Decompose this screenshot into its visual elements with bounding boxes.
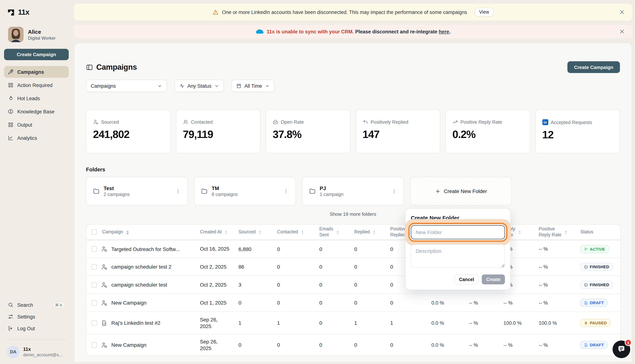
- positive-reply-rate: -- %: [534, 264, 576, 270]
- select-all-checkbox[interactable]: [92, 229, 97, 235]
- folder-menu-icon[interactable]: [174, 187, 182, 196]
- stats-row: Sourced 241,802 Contacted 79,119 Open Ra…: [86, 109, 620, 154]
- sidebar-item-settings[interactable]: Settings: [4, 311, 69, 322]
- column-positive-reply-rate[interactable]: Positive Reply Rate: [534, 226, 576, 238]
- table-row[interactable]: campaign scheduler test Oct 2, 2025 3 0 …: [86, 276, 620, 294]
- replied: 0: [350, 264, 386, 270]
- user-search-icon: [101, 264, 107, 270]
- column-created-at[interactable]: Created At: [195, 229, 234, 235]
- time-filter-value: All Time: [245, 83, 262, 88]
- plus-icon: [435, 188, 441, 194]
- chevron-down-icon: [157, 84, 162, 88]
- folder-menu-icon[interactable]: [282, 187, 290, 196]
- sidebar-item-logout[interactable]: Log Out: [4, 322, 69, 334]
- show-more-folders[interactable]: Show 19 more folders: [86, 211, 620, 217]
- row-checkbox[interactable]: [92, 246, 97, 252]
- linkedin-warning-text: One or more LinkedIn accounts have been …: [222, 9, 467, 15]
- user-search-icon: [101, 300, 107, 306]
- column-replied[interactable]: Replied: [350, 229, 386, 235]
- folder-menu-icon[interactable]: [390, 187, 398, 196]
- column-sourced[interactable]: Sourced: [234, 229, 273, 235]
- file-icon: [584, 301, 588, 305]
- sidebar-item-label: Analytics: [17, 135, 37, 141]
- campaign-name: New Campaign: [111, 300, 146, 306]
- row-checkbox[interactable]: [92, 300, 97, 306]
- stat-card-sourced: Sourced 241,802: [86, 109, 171, 154]
- folder-count: 8 campaigns: [212, 192, 238, 197]
- linkedin-warning-banner: One or more LinkedIn accounts have been …: [74, 4, 632, 20]
- sidebar-item-campaigns[interactable]: Campaigns: [4, 66, 69, 78]
- logout-icon: [8, 326, 14, 331]
- row-checkbox[interactable]: [92, 320, 97, 326]
- folder-card-test[interactable]: Test2 campaigns: [86, 177, 188, 206]
- crm-reintegrate-link[interactable]: here: [439, 29, 449, 34]
- stat-card-positively-replied: Positively Replied 147: [355, 109, 440, 154]
- positive-reply-rate: -- %: [534, 282, 576, 288]
- contacted: 0: [273, 282, 315, 288]
- contacted: 0: [273, 264, 315, 270]
- close-icon[interactable]: [618, 27, 626, 36]
- folder-count: 1 campaign: [320, 192, 343, 197]
- sidebar-item-output[interactable]: Output: [4, 119, 69, 131]
- column-campaign[interactable]: Campaign: [86, 229, 195, 235]
- linkedin-icon: in: [542, 119, 548, 125]
- salesforce-icon: [255, 29, 264, 34]
- table-row[interactable]: New Campaign Sep 26, 2025 0 0 0 0 0 0.0 …: [86, 334, 620, 356]
- 11x-logo-icon: [7, 8, 15, 16]
- sourced: 1: [234, 320, 273, 326]
- folder-card-pj[interactable]: PJ1 campaign: [302, 177, 404, 206]
- folders-heading: Folders: [86, 166, 620, 172]
- create-campaign-button[interactable]: Create Campaign: [567, 61, 620, 73]
- sidebar-item-analytics[interactable]: Analytics: [4, 132, 69, 144]
- table-row[interactable]: New Campaign Oct 1, 2025 0 0 0 0 0 0.0 %…: [86, 294, 620, 312]
- folder-name-input[interactable]: [411, 225, 505, 239]
- replied: 0: [350, 282, 386, 288]
- chat-widget-button[interactable]: 1: [612, 340, 630, 358]
- sidebar-item-action-required[interactable]: Action Required: [4, 79, 69, 91]
- sidebar-item-hot-leads[interactable]: Hot Leads: [4, 92, 69, 104]
- time-filter[interactable]: All Time: [232, 80, 275, 92]
- row-checkbox[interactable]: [92, 282, 97, 288]
- folder-card-tm[interactable]: TM8 campaigns: [194, 177, 296, 206]
- cancel-button[interactable]: Cancel: [454, 274, 479, 284]
- column-status[interactable]: Status: [576, 229, 621, 235]
- sliders-icon: [8, 314, 14, 320]
- folder-description-input[interactable]: [411, 244, 505, 268]
- campaign-type-select[interactable]: Campaigns: [86, 80, 167, 92]
- created-at: Oct 2, 2025: [195, 282, 234, 288]
- create-new-folder-card[interactable]: Create New Folder: [410, 177, 512, 206]
- worker-profile[interactable]: Alice Digital Worker: [8, 27, 69, 42]
- sidebar: 11x Alice Digital Worker Create Campaign…: [0, 0, 73, 364]
- stat-label: Contacted: [191, 119, 213, 125]
- view-button[interactable]: View: [475, 8, 494, 16]
- column-contacted[interactable]: Contacted: [273, 229, 315, 235]
- activity-icon: [179, 83, 184, 88]
- app-window: 11x Alice Digital Worker Create Campaign…: [0, 0, 635, 364]
- table-row[interactable]: campaign scheduler test 2 Oct 2, 2025 86…: [86, 258, 620, 276]
- folder-name: PJ: [320, 185, 343, 191]
- file-icon: [584, 343, 588, 347]
- close-icon[interactable]: [618, 8, 626, 16]
- chat-notification-badge: 1: [625, 339, 632, 346]
- dialog-title: Create New Folder: [411, 215, 505, 221]
- table-row[interactable]: Raj's LinkedIn test #2 Sep 26, 2025 1 1 …: [86, 312, 620, 334]
- folder-name: TM: [212, 185, 238, 191]
- stat-card-accepted-requests: inAccepted Requests 12: [535, 109, 620, 154]
- create-button[interactable]: Create: [482, 274, 505, 284]
- contacted: 0: [273, 246, 315, 252]
- positive-reply-rate: 100.0 %: [534, 320, 576, 326]
- sidebar-item-search[interactable]: Search ⌘ K: [4, 299, 69, 311]
- row-checkbox[interactable]: [92, 342, 97, 348]
- filter-bar: Campaigns Any Status All Time: [86, 80, 620, 92]
- account-name: 11x: [23, 346, 63, 352]
- account-switcher[interactable]: DA 11x demo_account@s...: [4, 345, 69, 359]
- create-campaign-button-sidebar[interactable]: Create Campaign: [4, 49, 69, 60]
- column-emails-sent[interactable]: Emails Sent: [315, 226, 350, 238]
- sourced: 3: [234, 282, 273, 288]
- status-filter[interactable]: Any Status: [174, 80, 224, 92]
- table-row[interactable]: Targeted Outreach for Softw... Oct 16, 2…: [86, 240, 620, 258]
- row-checkbox[interactable]: [92, 264, 97, 270]
- sidebar-item-knowledge-base[interactable]: Knowledge Base: [4, 106, 69, 118]
- user-search-icon: [101, 342, 107, 348]
- panel-left-icon[interactable]: [86, 64, 93, 71]
